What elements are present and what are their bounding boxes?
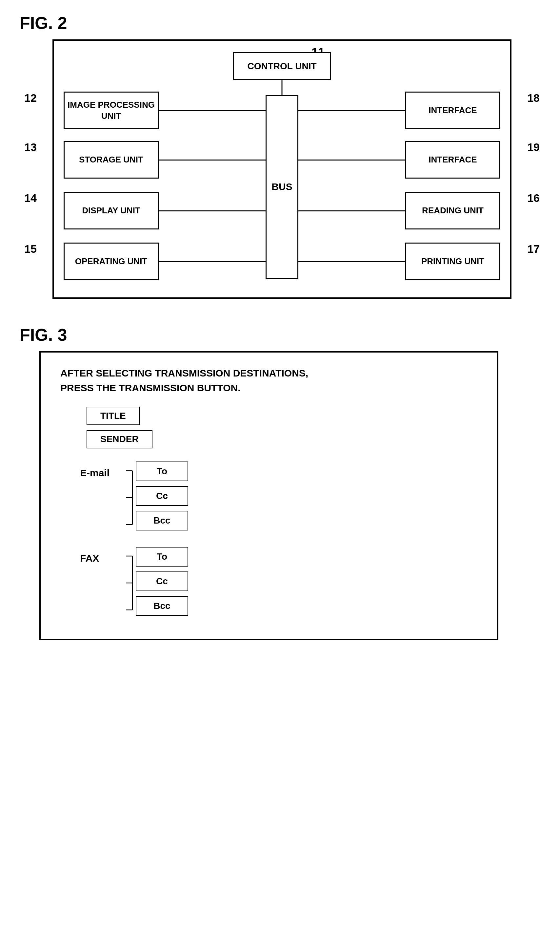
reading-unit: READING UNIT: [405, 192, 500, 229]
email-fields: To Cc Bcc: [136, 461, 188, 530]
email-label: E-mail: [80, 467, 119, 479]
email-bcc-field[interactable]: Bcc: [136, 511, 188, 530]
connector-ru: [298, 210, 405, 211]
fig2-title: FIG. 2: [20, 13, 540, 33]
fax-bracket: [123, 547, 136, 619]
interface-18: INTERFACE: [405, 92, 500, 130]
control-unit-box: CONTROL UNIT: [233, 52, 331, 80]
ref-16-label: 16: [527, 192, 540, 205]
connector-if19: [298, 160, 405, 161]
sender-button[interactable]: SENDER: [87, 430, 152, 448]
ref-14-label: 14: [24, 192, 37, 205]
email-bracket: [123, 461, 136, 534]
ref-18-label: 18: [527, 92, 540, 104]
fig2-outer-box: 11 CONTROL UNIT BUS 12 13 14 15 18 19 16…: [53, 39, 512, 299]
printing-unit: PRINTING UNIT: [405, 243, 500, 280]
storage-unit: STORAGE UNIT: [64, 141, 159, 179]
bus-box: BUS: [266, 95, 298, 279]
email-section: E-mail To Cc Bcc: [80, 461, 477, 534]
email-cc-field[interactable]: Cc: [136, 486, 188, 506]
ref-13-label: 13: [24, 141, 37, 154]
fax-cc-field[interactable]: Cc: [136, 571, 188, 591]
operating-unit: OPERATING UNIT: [64, 243, 159, 280]
fig3-outer-box: AFTER SELECTING TRANSMISSION DESTINATION…: [39, 351, 498, 640]
connector-ipu: [159, 110, 266, 111]
display-unit: DISPLAY UNIT: [64, 192, 159, 229]
fig3: FIG. 3 AFTER SELECTING TRANSMISSION DEST…: [20, 325, 540, 640]
connector-ou: [159, 261, 266, 262]
ref-15-label: 15: [24, 243, 37, 255]
connector-pu: [298, 261, 405, 262]
fax-fields: To Cc Bcc: [136, 547, 188, 616]
fax-label: FAX: [80, 553, 119, 564]
fig2: FIG. 2 10 11 CONTROL UNIT BUS 12 13 14 1…: [20, 13, 540, 299]
ref-19-label: 19: [527, 141, 540, 154]
fax-bcc-field[interactable]: Bcc: [136, 596, 188, 616]
image-processing-unit: IMAGE PROCESSING UNIT: [64, 92, 159, 130]
fax-section: FAX To Cc Bcc: [80, 547, 477, 619]
ref-17-label: 17: [527, 243, 540, 255]
fig3-title: FIG. 3: [20, 325, 540, 345]
fax-to-field[interactable]: To: [136, 547, 188, 566]
connector-if18: [298, 110, 405, 111]
connector-su: [159, 160, 266, 161]
interface-19: INTERFACE: [405, 141, 500, 179]
vert-connector: [282, 80, 282, 96]
ref-12-label: 12: [24, 92, 37, 104]
title-button[interactable]: TITLE: [87, 407, 140, 425]
connector-du: [159, 210, 266, 211]
fig3-instruction: AFTER SELECTING TRANSMISSION DESTINATION…: [60, 366, 477, 395]
email-to-field[interactable]: To: [136, 461, 188, 481]
